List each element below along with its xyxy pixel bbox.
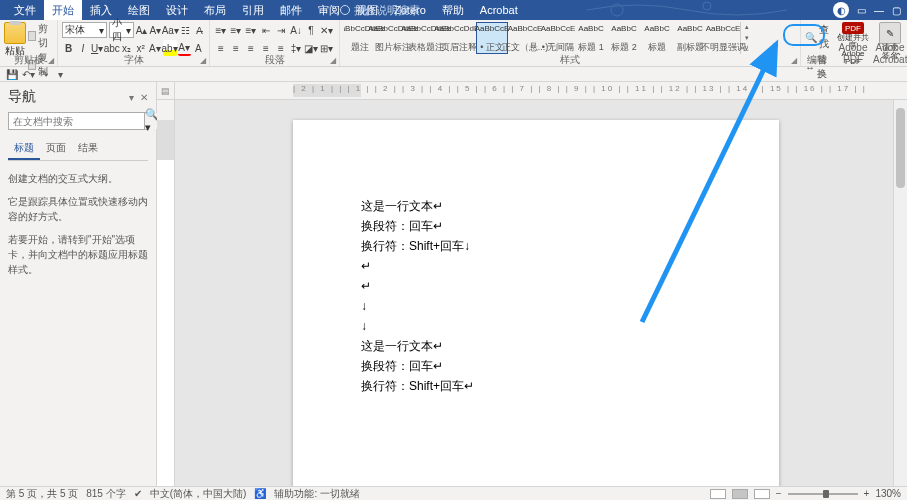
zoom-handle[interactable] xyxy=(823,490,829,498)
nav-tab-headings[interactable]: 标题 xyxy=(8,138,40,160)
font-group-label: 字体 xyxy=(58,54,209,66)
font-launcher[interactable]: ◢ xyxy=(199,56,207,64)
show-marks-button[interactable]: ¶ xyxy=(304,22,318,38)
nav-search[interactable]: 🔍▾ xyxy=(8,112,148,130)
gallery-up[interactable]: ▴ xyxy=(741,22,752,33)
window-icon[interactable]: ▢ xyxy=(892,5,901,16)
styles-launcher[interactable]: ◢ xyxy=(790,56,798,64)
numbering-button[interactable]: ≡▾ xyxy=(229,22,243,38)
doc-line[interactable]: ↵ xyxy=(361,276,719,296)
title-tab-design[interactable]: 设计 xyxy=(158,0,196,21)
horizontal-ruler[interactable]: | 2 | 1 | | | 1 | | 2 | | 3 | | 4 | | 5 … xyxy=(175,82,907,100)
style-item[interactable]: AaBbC标题 2 xyxy=(608,22,640,54)
cut-button[interactable]: 剪切 xyxy=(28,22,53,50)
doc-line[interactable]: 换段符：回车↵ xyxy=(361,356,719,376)
doc-line[interactable]: 换行符：Shift+回车↓ xyxy=(361,236,719,256)
doc-line[interactable]: ↓ xyxy=(361,296,719,316)
tell-me-search[interactable]: 操作说明搜索 xyxy=(340,3,420,18)
style-name: 副标题 xyxy=(677,42,704,52)
paste-button[interactable]: 粘贴 xyxy=(4,22,26,58)
scrollbar-thumb[interactable] xyxy=(896,108,905,188)
title-tab-help[interactable]: 帮助 xyxy=(434,0,472,21)
para-group-label: 段落 xyxy=(210,54,339,66)
nav-body-line: 它是跟踪具体位置或快速移动内容的好方式。 xyxy=(8,194,148,224)
ribbon: 粘贴 剪切 复制 格式刷 剪贴板 ◢ 宋体▾ 小四▾ A▴ A▾ Aa▾ ☷ A… xyxy=(0,20,907,67)
status-page[interactable]: 第 5 页，共 5 页 xyxy=(6,487,78,501)
styles-gallery[interactable]: AaBbCcDdEe题注AaBbCcDdEe图片标注AaBbCcDdEe表格题注… xyxy=(344,22,796,54)
find-button[interactable]: 🔍查找 xyxy=(805,22,829,52)
zoom-value[interactable]: 130% xyxy=(875,488,901,499)
status-words[interactable]: 815 个字 xyxy=(86,487,125,501)
clear-format-button[interactable]: A̶ xyxy=(193,22,205,38)
phonetic-guide-button[interactable]: ☷ xyxy=(179,22,191,38)
title-tab-mail[interactable]: 邮件 xyxy=(272,0,310,21)
style-item[interactable]: AaBbC标题 xyxy=(641,22,673,54)
style-item[interactable]: AaBbCcDdEe页眉注释 xyxy=(443,22,475,54)
title-tab-home[interactable]: 开始 xyxy=(44,0,82,21)
nav-tab-results[interactable]: 结果 xyxy=(72,138,104,160)
para-launcher[interactable]: ◢ xyxy=(329,56,337,64)
ruler-corner[interactable]: ▤ xyxy=(157,82,174,100)
zoom-slider[interactable] xyxy=(788,493,858,495)
style-preview: AaBbCcE xyxy=(475,24,510,34)
style-preview: AaBbCcE xyxy=(706,24,741,34)
ribbon-options-icon[interactable]: ▭ xyxy=(857,5,866,16)
page-content[interactable]: 这是一行文本↵换段符：回车↵换行符：Shift+回车↓↵↵↓↓这是一行文本↵换段… xyxy=(361,196,719,396)
minimize-icon[interactable]: — xyxy=(874,5,884,16)
style-item[interactable]: AaBbCcE• 无间隔 xyxy=(542,22,574,54)
view-read-button[interactable] xyxy=(710,489,726,499)
spellcheck-icon[interactable]: ✔ xyxy=(134,488,142,499)
doc-line[interactable]: 这是一行文本↵ xyxy=(361,196,719,216)
sign-icon[interactable]: ✎ xyxy=(879,22,901,44)
font-size-select[interactable]: 小四▾ xyxy=(109,22,134,38)
title-tab-ref[interactable]: 引用 xyxy=(234,0,272,21)
nav-dropdown-icon[interactable]: ▾ xyxy=(129,92,134,103)
title-tab-draw[interactable]: 绘图 xyxy=(120,0,158,21)
collapse-ribbon-button[interactable]: ⌃ xyxy=(891,48,905,64)
multilevel-button[interactable]: ≡▾ xyxy=(244,22,258,38)
shrink-font-button[interactable]: A▾ xyxy=(149,22,161,38)
quick-access-toolbar: 💾 ↶▾ ↷ ▾ xyxy=(0,67,907,82)
document-page[interactable]: 这是一行文本↵换段符：回车↵换行符：Shift+回车↓↵↵↓↓这是一行文本↵换段… xyxy=(293,120,779,486)
status-language[interactable]: 中文(简体，中国大陆) xyxy=(150,487,247,501)
title-tab-layout[interactable]: 布局 xyxy=(196,0,234,21)
style-preview: AaBbCcE xyxy=(541,24,576,34)
status-bar: 第 5 页，共 5 页 815 个字 ✔ 中文(简体，中国大陆) ♿ 辅助功能:… xyxy=(0,486,907,500)
doc-line[interactable]: 换段符：回车↵ xyxy=(361,216,719,236)
bullets-button[interactable]: ≡▾ xyxy=(214,22,228,38)
style-item[interactable]: AaBbC标题 1 xyxy=(575,22,607,54)
style-item[interactable]: AaBbCcE正文（悬...) xyxy=(509,22,541,54)
navigation-pane: 导航 ▾✕ 🔍▾ 标题 页面 结果 创建文档的交互式大纲。 它是跟踪具体位置或快… xyxy=(0,82,157,486)
view-print-button[interactable] xyxy=(732,489,748,499)
sort-button[interactable]: A↓ xyxy=(289,22,303,38)
doc-line[interactable]: 这是一行文本↵ xyxy=(361,336,719,356)
font-name-select[interactable]: 宋体▾ xyxy=(62,22,107,38)
style-name: 图片标注 xyxy=(375,42,411,52)
change-case-button[interactable]: Aa▾ xyxy=(163,22,177,38)
indent-inc-button[interactable]: ⇥ xyxy=(274,22,288,38)
vertical-scrollbar[interactable] xyxy=(893,100,907,486)
doc-line[interactable]: 换行符：Shift+回车↵ xyxy=(361,376,719,396)
title-tab-acrobat[interactable]: Acrobat xyxy=(472,1,526,19)
doc-line[interactable]: ↵ xyxy=(361,256,719,276)
ltr-button[interactable]: ✕▾ xyxy=(319,22,333,38)
style-preview: AaBbC xyxy=(677,24,702,34)
nav-search-input[interactable] xyxy=(9,113,144,129)
grow-font-button[interactable]: A▴ xyxy=(136,22,148,38)
title-tab-file[interactable]: 文件 xyxy=(6,0,44,21)
clipboard-launcher[interactable]: ◢ xyxy=(47,56,55,64)
nav-close-icon[interactable]: ✕ xyxy=(140,92,148,103)
view-web-button[interactable] xyxy=(754,489,770,499)
font-name-value: 宋体 xyxy=(65,23,85,37)
zoom-out-button[interactable]: − xyxy=(776,488,782,499)
doc-line[interactable]: ↓ xyxy=(361,316,719,336)
user-icon[interactable]: ◐ xyxy=(833,2,849,18)
vertical-ruler[interactable]: ▤ xyxy=(157,82,175,486)
group-adobe-pdf: PDF 创建并共享 Adobe PDF Adobe PDF xyxy=(833,20,873,66)
nav-tab-pages[interactable]: 页面 xyxy=(40,138,72,160)
status-accessibility[interactable]: 辅助功能: 一切就绪 xyxy=(274,487,360,501)
zoom-in-button[interactable]: + xyxy=(864,488,870,499)
style-item[interactable]: AaBbCcE不明显强调 xyxy=(707,22,739,54)
qat-customize[interactable]: ▾ xyxy=(54,68,66,80)
indent-dec-button[interactable]: ⇤ xyxy=(259,22,273,38)
